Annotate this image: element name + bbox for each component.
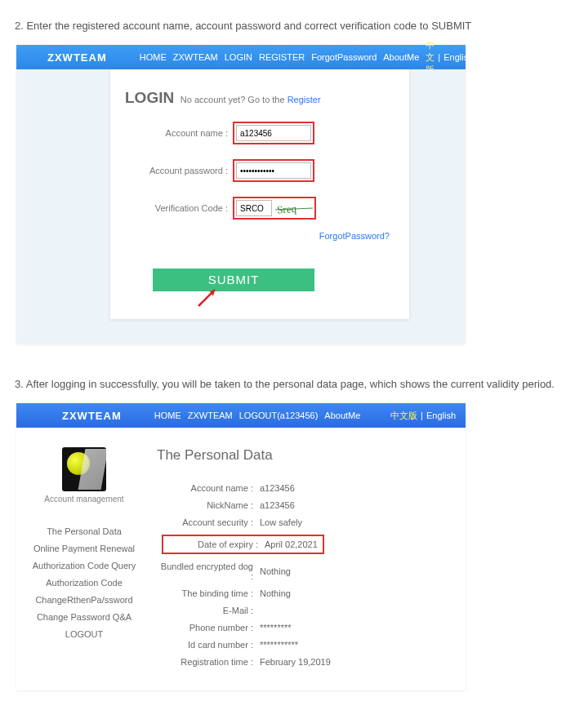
login-subtitle: No account yet? Go to the Register — [181, 95, 321, 104]
verification-code-label: Verification Code : — [125, 203, 233, 213]
row-label: Id card number : — [157, 640, 260, 650]
row-label: Date of expiry : — [168, 539, 265, 549]
row-label: Account security : — [157, 517, 260, 527]
data-row: Bundled encrypted dog :Nothing — [157, 562, 457, 581]
lang-switch-2[interactable]: 中文版 | English — [390, 410, 456, 422]
nav-register[interactable]: REGISTER — [259, 52, 305, 62]
account-password-label: Account password : — [125, 166, 233, 175]
nav-zxwteam[interactable]: ZXWTEAM — [173, 52, 218, 62]
lang-sep: | — [438, 52, 440, 62]
data-row: Account name :a123456 — [157, 483, 457, 493]
row-value: April 02,2021 — [265, 539, 318, 549]
account-name-input[interactable] — [236, 125, 311, 141]
data-row: NickName :a123456 — [157, 500, 457, 510]
sidebar-item[interactable]: Authorization Code — [16, 578, 152, 588]
top-nav-2: ZXWTEAM HOME ZXWTEAM LOGOUT(a123456) Abo… — [16, 403, 466, 428]
avatar[interactable] — [62, 447, 106, 491]
nav2-home[interactable]: HOME — [154, 411, 181, 420]
row-label: Bundled encrypted dog : — [157, 562, 260, 581]
nav2-logout[interactable]: LOGOUT(a123456) — [239, 411, 319, 420]
login-screenshot: ZXWTEAM HOME ZXWTEAM LOGIN REGISTER Forg… — [16, 45, 466, 344]
lang-cn-2[interactable]: 中文版 — [390, 410, 417, 422]
svg-text:Sreq: Sreq — [277, 202, 297, 215]
row-value: Low safely — [260, 517, 302, 527]
sidebar-item[interactable]: Authorization Code Query — [16, 561, 152, 570]
step-2-text: 2. Enter the registered account name, ac… — [15, 20, 560, 32]
account-name-highlight — [233, 122, 314, 144]
lang-en-2[interactable]: English — [426, 411, 456, 420]
row-label: NickName : — [157, 500, 260, 510]
brand-logo-2: ZXWTEAM — [62, 410, 122, 422]
row-label: Account name : — [157, 483, 260, 493]
row-value: Nothing — [260, 588, 291, 598]
data-row: Date of expiry :April 02,2021 — [157, 535, 457, 554]
nav-about[interactable]: AboutMe — [383, 52, 419, 62]
row-value: ********* — [260, 623, 292, 633]
personal-data-screenshot: ZXWTEAM HOME ZXWTEAM LOGOUT(a123456) Abo… — [16, 403, 466, 690]
captcha-image[interactable]: Sreq — [275, 202, 313, 215]
row-label: The binding time : — [157, 588, 260, 598]
top-nav-1: ZXWTEAM HOME ZXWTEAM LOGIN REGISTER Forg… — [16, 45, 466, 69]
data-row: Id card number :*********** — [157, 640, 457, 650]
expiry-highlight: Date of expiry :April 02,2021 — [162, 535, 324, 554]
nav2-about[interactable]: AboutMe — [324, 411, 360, 420]
data-row: Phone number :********* — [157, 623, 457, 633]
row-label: E-Mail : — [157, 606, 260, 615]
nav-login[interactable]: LOGIN — [225, 52, 252, 62]
account-name-label: Account name : — [125, 128, 233, 138]
forgot-password-link[interactable]: ForgotPassword? — [319, 231, 390, 241]
sidebar-item[interactable]: ChangeRthenPa/ssword — [16, 595, 152, 605]
sidebar-caption: Account management — [16, 495, 152, 504]
sidebar-item[interactable]: LOGOUT — [16, 629, 152, 639]
row-value: *********** — [260, 640, 298, 650]
row-value: Nothing — [260, 566, 291, 576]
verification-code-highlight: Sreq — [233, 197, 316, 220]
arrow-annotation-icon — [197, 286, 221, 310]
nav-forgot[interactable]: ForgotPassword — [311, 52, 377, 62]
data-row: The binding time :Nothing — [157, 588, 457, 598]
sidebar: Account management The Personal DataOnli… — [16, 428, 152, 690]
row-value: February 19,2019 — [260, 657, 331, 667]
lang-en[interactable]: English — [444, 52, 473, 62]
sidebar-item[interactable]: The Personal Data — [16, 526, 152, 536]
row-label: Registration time : — [157, 657, 260, 667]
login-title: LOGIN — [125, 89, 174, 106]
account-password-input[interactable] — [236, 162, 311, 179]
row-value: a123456 — [260, 483, 295, 493]
brand-logo: ZXWTEAM — [47, 51, 107, 64]
data-row: E-Mail : — [157, 606, 457, 615]
step-3-text: 3. After logging in successfully, you wi… — [15, 378, 560, 390]
row-value: a123456 — [260, 500, 295, 510]
sidebar-item[interactable]: Change Password Q&A — [16, 612, 152, 622]
register-link[interactable]: Register — [288, 95, 321, 104]
row-label: Phone number : — [157, 623, 260, 633]
account-password-highlight — [233, 159, 314, 182]
data-row: Registration time :February 19,2019 — [157, 657, 457, 667]
submit-button[interactable]: SUBMIT — [153, 269, 314, 291]
personal-data-panel: The Personal Data Account name :a123456N… — [152, 428, 466, 690]
personal-data-title: The Personal Data — [157, 447, 457, 464]
data-row: Account security :Low safely — [157, 517, 457, 527]
sidebar-item[interactable]: Online Payment Renewal — [16, 544, 152, 553]
login-panel: LOGIN No account yet? Go to the Register… — [110, 69, 409, 319]
nav2-zxwteam[interactable]: ZXWTEAM — [188, 411, 233, 420]
verification-code-input[interactable] — [236, 200, 272, 216]
nav-home[interactable]: HOME — [140, 52, 167, 62]
